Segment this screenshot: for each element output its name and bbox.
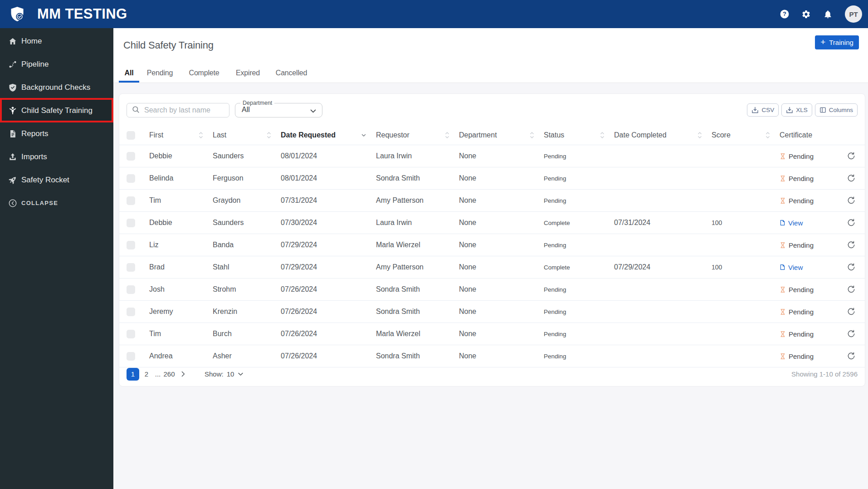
page-button-260[interactable]: 260 [163, 368, 176, 381]
refresh-button[interactable] [846, 262, 856, 272]
row-checkbox[interactable] [127, 352, 135, 361]
sidebar-collapse-label: COLLAPSE [21, 200, 58, 206]
sidebar-item-home[interactable]: Home [0, 29, 113, 53]
column-header-department[interactable]: Department [459, 131, 544, 139]
table-row: Tim Burch 07/26/2024 Marla Wierzel None … [119, 323, 865, 345]
columns-icon [819, 107, 826, 113]
certificate-status: Pending [789, 330, 814, 338]
search-input[interactable] [140, 106, 238, 114]
page-button-1[interactable]: 1 [127, 368, 139, 381]
refresh-button[interactable] [846, 151, 856, 161]
table-row: Debbie Saunders 08/01/2024 Laura Irwin N… [119, 145, 865, 167]
column-header-date-requested[interactable]: Date Requested [281, 131, 376, 139]
refresh-button[interactable] [846, 329, 856, 339]
certificate-view-link[interactable]: View [780, 264, 843, 271]
show-per-page[interactable]: Show: 10 [205, 370, 244, 378]
row-checkbox[interactable] [127, 241, 135, 249]
refresh-button[interactable] [846, 351, 856, 361]
refresh-button[interactable] [846, 196, 856, 205]
row-checkbox[interactable] [127, 152, 135, 161]
select-all-checkbox[interactable] [127, 131, 135, 140]
collapse-chevron-icon [8, 199, 17, 208]
refresh-icon [847, 196, 856, 205]
sort-icon [766, 132, 770, 139]
row-checkbox[interactable] [127, 308, 135, 316]
sidebar-item-label: Imports [21, 152, 47, 161]
notifications-bell-icon[interactable] [823, 10, 833, 19]
cell-status: Pending [544, 308, 614, 315]
tab-pending[interactable]: Pending [139, 65, 180, 83]
settings-gear-icon[interactable] [801, 10, 811, 19]
certificate-pending: Pending [780, 175, 843, 182]
csv-button[interactable]: CSV [747, 103, 779, 117]
sidebar-item-safety-rocket[interactable]: Safety Rocket [0, 168, 113, 191]
cell-date-requested: 07/29/2024 [281, 241, 376, 249]
tab-all[interactable]: All [119, 65, 139, 83]
sidebar-collapse-button[interactable]: COLLAPSE [0, 191, 113, 215]
xls-button[interactable]: XLS [781, 103, 812, 117]
table-body: Debbie Saunders 08/01/2024 Laura Irwin N… [119, 145, 865, 367]
tab-cancelled[interactable]: Cancelled [268, 65, 315, 83]
cell-first: Jeremy [149, 308, 213, 316]
cell-status: Pending [544, 175, 614, 182]
refresh-icon [847, 240, 856, 249]
row-checkbox[interactable] [127, 219, 135, 227]
cell-last: Burch [213, 330, 281, 338]
cell-status: Complete [544, 220, 614, 226]
cell-last: Saunders [213, 152, 281, 160]
table-row: Brad Stahl 07/29/2024 Amy Patterson None… [119, 256, 865, 278]
cell-last: Stahl [213, 263, 281, 271]
certificate-status: Pending [789, 308, 814, 316]
certificate-status: Pending [789, 352, 814, 360]
cell-first: Debbie [149, 152, 213, 160]
next-page-button[interactable] [176, 368, 189, 381]
sidebar-item-imports[interactable]: Imports [0, 145, 113, 168]
cell-date-requested: 07/31/2024 [281, 196, 376, 205]
row-checkbox[interactable] [127, 196, 135, 205]
sidebar-item-child-safety-training[interactable]: Child Safety Training [0, 99, 113, 122]
refresh-button[interactable] [846, 173, 856, 183]
column-header-score[interactable]: Score [712, 131, 780, 139]
certificate-status: Pending [789, 241, 814, 249]
column-header-status[interactable]: Status [544, 131, 614, 139]
avatar[interactable]: PT [845, 5, 862, 23]
columns-button[interactable]: Columns [815, 103, 858, 117]
tab-complete[interactable]: Complete [180, 65, 228, 83]
app-logo [10, 6, 24, 22]
sidebar-item-background-checks[interactable]: Background Checks [0, 76, 113, 99]
certificate-view-link[interactable]: View [780, 219, 843, 227]
document-icon [780, 220, 785, 226]
department-select[interactable]: Department All [235, 103, 322, 117]
row-checkbox[interactable] [127, 285, 135, 294]
certificate-status: Pending [789, 286, 814, 293]
cell-department: None [459, 263, 544, 271]
sidebar-item-label: Child Safety Training [21, 106, 93, 115]
refresh-button[interactable] [846, 240, 856, 250]
row-checkbox[interactable] [127, 330, 135, 338]
cell-score: 100 [712, 264, 780, 271]
column-header-last[interactable]: Last [213, 131, 281, 139]
column-header-certificate[interactable]: Certificate [780, 131, 843, 139]
cell-date-requested: 07/26/2024 [281, 330, 376, 338]
column-header-date-completed[interactable]: Date Completed [614, 131, 712, 139]
cell-department: None [459, 241, 544, 249]
pipeline-icon [8, 60, 17, 69]
sidebar-item-pipeline[interactable]: Pipeline [0, 53, 113, 76]
refresh-icon [847, 352, 856, 361]
column-header-first[interactable]: First [149, 131, 213, 139]
svg-text:?: ? [783, 10, 786, 17]
add-training-button[interactable]: + Training [815, 35, 859, 49]
row-checkbox[interactable] [127, 174, 135, 183]
cell-last: Krenzin [213, 308, 281, 316]
tab-expired[interactable]: Expired [228, 65, 268, 83]
hourglass-icon [780, 353, 786, 360]
row-checkbox[interactable] [127, 263, 135, 272]
sidebar-item-reports[interactable]: Reports [0, 122, 113, 145]
page-button-2[interactable]: 2 [140, 368, 153, 381]
column-header-requestor[interactable]: Requestor [376, 131, 459, 139]
refresh-button[interactable] [846, 218, 856, 228]
help-icon[interactable]: ? [780, 10, 789, 19]
refresh-button[interactable] [846, 307, 856, 317]
department-label: Department [240, 100, 274, 106]
refresh-button[interactable] [846, 284, 856, 294]
